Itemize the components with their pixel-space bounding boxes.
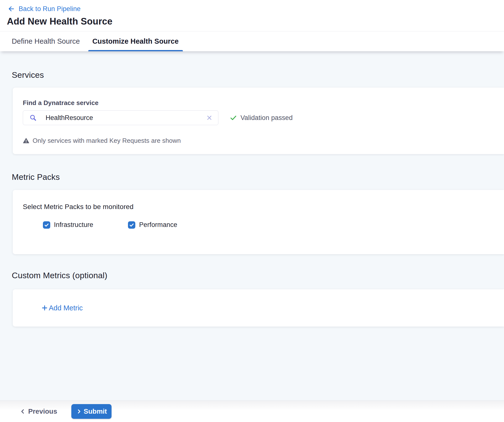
- chevron-right-icon: [76, 409, 82, 414]
- services-warning: Only services with marked Key Requests a…: [23, 137, 504, 145]
- health-source-tabbar: Define Health Source Customize Health So…: [0, 31, 504, 51]
- tab-define-health-source[interactable]: Define Health Source: [12, 31, 80, 51]
- previous-label: Previous: [28, 408, 57, 415]
- page-title: Add New Health Source: [7, 16, 504, 27]
- checkbox-checked-icon: [43, 221, 50, 229]
- services-card: Find a Dynatrace service: [13, 88, 504, 154]
- submit-label: Submit: [84, 408, 107, 415]
- search-field-label: Find a Dynatrace service: [23, 99, 504, 106]
- clear-search-icon[interactable]: [205, 114, 213, 122]
- service-search-input-wrap: [23, 110, 218, 125]
- checkbox-infrastructure[interactable]: Infrastructure: [43, 221, 93, 229]
- search-row: Validation passed: [23, 110, 504, 125]
- metric-packs-subheading: Select Metric Packs to be monitored: [23, 203, 504, 211]
- services-section-heading: Services: [12, 70, 504, 80]
- previous-button[interactable]: Previous: [20, 408, 57, 415]
- footer-bar: Previous Submit: [0, 400, 504, 422]
- checkbox-label: Infrastructure: [54, 221, 93, 229]
- metric-packs-card: Select Metric Packs to be monitored Infr…: [13, 190, 504, 254]
- main-content: Services Find a Dynatrace service: [0, 51, 504, 400]
- warning-triangle-icon: [23, 137, 29, 144]
- validation-text: Validation passed: [240, 114, 293, 122]
- metric-packs-section-heading: Metric Packs: [12, 172, 504, 182]
- check-icon: [230, 114, 237, 121]
- chevron-left-icon: [20, 408, 26, 415]
- submit-button[interactable]: Submit: [71, 404, 112, 419]
- back-link-label: Back to Run Pipeline: [19, 5, 81, 13]
- metric-packs-options: Infrastructure Performance: [23, 221, 504, 229]
- back-to-run-pipeline-link[interactable]: Back to Run Pipeline: [7, 4, 81, 14]
- arrow-left-icon: [7, 5, 15, 13]
- plus-icon: [41, 304, 48, 311]
- checkbox-label: Performance: [139, 221, 177, 229]
- service-search-input[interactable]: [46, 114, 197, 122]
- custom-metrics-card: Add Metric: [13, 289, 504, 327]
- custom-metrics-section-heading: Custom Metrics (optional): [12, 270, 504, 280]
- add-metric-label: Add Metric: [49, 304, 83, 312]
- search-icon: [29, 114, 37, 121]
- validation-status: Validation passed: [230, 114, 293, 122]
- checkbox-performance[interactable]: Performance: [128, 221, 177, 229]
- checkbox-checked-icon: [128, 221, 135, 229]
- add-metric-button[interactable]: Add Metric: [41, 304, 83, 312]
- tab-customize-health-source[interactable]: Customize Health Source: [88, 31, 183, 51]
- warning-text: Only services with marked Key Requests a…: [33, 137, 181, 145]
- page-header: Back to Run Pipeline Add New Health Sour…: [0, 0, 504, 31]
